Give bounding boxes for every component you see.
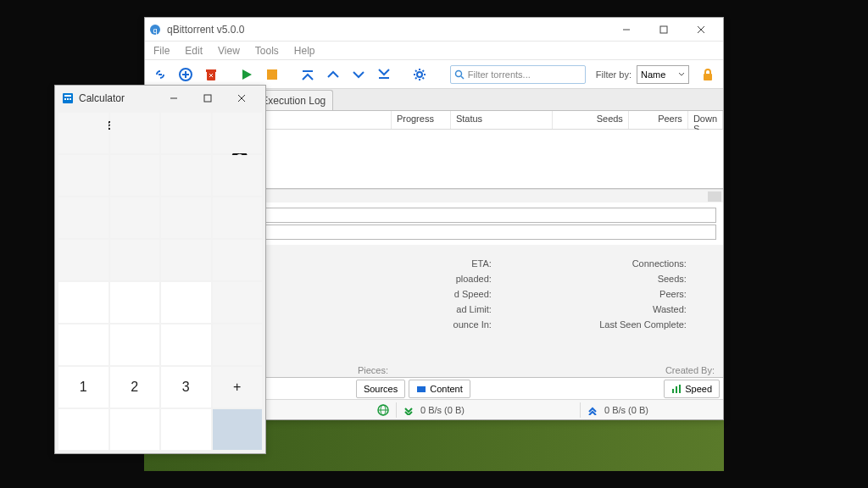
torrent-filter-input[interactable]: Filter torrents... — [450, 65, 586, 84]
calc-close-button[interactable] — [225, 86, 259, 111]
calc-key[interactable] — [110, 409, 160, 450]
calc-key[interactable] — [213, 324, 263, 365]
filter-by-select[interactable]: Name — [637, 65, 689, 84]
menu-edit[interactable]: Edit — [181, 43, 206, 58]
svg-line-16 — [461, 76, 464, 79]
svg-rect-31 — [417, 386, 426, 392]
tab-speed[interactable]: Speed — [664, 380, 720, 398]
calc-key[interactable] — [161, 240, 211, 280]
calc-key[interactable] — [110, 324, 160, 365]
calc-key[interactable] — [110, 155, 160, 196]
calc-key[interactable] — [110, 197, 160, 238]
col-status[interactable]: Status — [451, 111, 553, 129]
calc-key[interactable] — [58, 197, 108, 238]
maximize-button[interactable] — [645, 18, 682, 42]
move-up-button[interactable] — [323, 64, 343, 85]
filter-placeholder: Filter torrents... — [468, 69, 531, 80]
calc-key[interactable] — [213, 197, 263, 238]
calc-key[interactable]: 3 — [161, 367, 211, 408]
calc-key[interactable] — [58, 155, 108, 196]
tab-sources[interactable]: Sources — [356, 380, 405, 398]
minimize-button[interactable] — [608, 18, 645, 42]
menu-tools[interactable]: Tools — [252, 43, 282, 58]
calc-key[interactable] — [213, 282, 263, 323]
detail-tabs: Sources Content Speed — [205, 377, 723, 399]
move-top-button[interactable] — [298, 64, 318, 85]
qb-menubar: File Edit View Tools Help — [145, 42, 723, 60]
pause-button[interactable] — [262, 64, 282, 85]
calc-key[interactable] — [58, 240, 108, 280]
horizontal-scrollbar[interactable] — [205, 189, 723, 202]
torrent-detail-panel: ETA: ploaded: d Speed: ad Limit: ounce I… — [205, 245, 723, 377]
calc-key[interactable] — [213, 409, 263, 450]
resume-button[interactable] — [236, 64, 257, 85]
detail-wasted-label: Wasted: — [653, 304, 687, 319]
calc-key[interactable] — [110, 240, 160, 280]
calc-key[interactable] — [110, 282, 160, 323]
filter-by-label: Filter by: — [596, 69, 632, 80]
add-torrent-button[interactable] — [175, 64, 196, 85]
qb-main-panel: Progress Status Seeds Peers Down S ETA: … — [205, 111, 723, 399]
calc-key[interactable]: 2 — [110, 367, 160, 408]
torrent-list-header[interactable]: Progress Status Seeds Peers Down S — [205, 111, 723, 130]
qb-titlebar[interactable]: q qBittorrent v5.0.0 — [145, 18, 723, 42]
close-button[interactable] — [682, 18, 720, 42]
calc-key[interactable] — [213, 240, 263, 280]
lock-ui-button[interactable] — [698, 64, 718, 85]
delete-button[interactable] — [201, 64, 221, 85]
calc-maximize-button[interactable] — [191, 86, 225, 111]
detail-limit-label: ad Limit: — [456, 304, 492, 319]
detail-eta-label: ETA: — [471, 258, 492, 274]
col-down-speed[interactable]: Down S — [688, 111, 723, 129]
menu-file[interactable]: File — [150, 43, 173, 58]
detail-lastseen-label: Last Seen Complete: — [599, 319, 687, 335]
calc-key[interactable]: + — [213, 367, 263, 408]
menu-view[interactable]: View — [214, 43, 243, 58]
calc-key[interactable] — [213, 113, 263, 153]
detail-text-2[interactable] — [212, 225, 716, 240]
menu-help[interactable]: Help — [291, 43, 319, 58]
globe-icon[interactable] — [377, 404, 389, 416]
svg-point-14 — [417, 72, 422, 77]
qb-title: qBittorrent v5.0.0 — [167, 24, 244, 36]
detail-text-1[interactable] — [212, 208, 716, 223]
calc-key[interactable] — [161, 197, 211, 238]
folder-icon — [416, 384, 426, 394]
download-icon — [403, 405, 414, 415]
settings-button[interactable] — [409, 64, 430, 85]
svg-rect-13 — [267, 69, 277, 80]
move-bottom-button[interactable] — [374, 64, 394, 85]
qb-app-icon: q — [148, 23, 162, 36]
calc-key[interactable] — [58, 409, 108, 450]
svg-rect-44 — [204, 95, 211, 102]
calc-minimize-button[interactable] — [157, 86, 191, 111]
calc-key[interactable]: 1 — [58, 367, 108, 408]
calc-key[interactable] — [58, 324, 108, 365]
svg-rect-40 — [64, 98, 66, 100]
col-peers[interactable]: Peers — [629, 111, 688, 129]
col-progress[interactable]: Progress — [392, 111, 451, 129]
svg-text:q: q — [153, 26, 157, 35]
detail-announce-label: ounce In: — [453, 319, 492, 335]
col-seeds[interactable]: Seeds — [553, 111, 629, 129]
calc-titlebar[interactable]: Calculator — [55, 86, 265, 111]
detail-dspeed-label: d Speed: — [454, 289, 492, 304]
calc-key[interactable] — [161, 409, 211, 450]
calc-key[interactable] — [161, 155, 211, 196]
detail-pieces-label: Pieces: — [358, 365, 388, 375]
calc-key[interactable] — [161, 324, 211, 365]
torrent-list[interactable] — [205, 130, 723, 189]
add-link-button[interactable] — [150, 64, 170, 85]
tab-content[interactable]: Content — [409, 380, 470, 398]
svg-point-15 — [455, 70, 461, 76]
calc-key[interactable] — [58, 113, 108, 153]
calc-key[interactable] — [161, 282, 211, 323]
calc-key[interactable] — [213, 155, 263, 196]
detail-created-label: Created By: — [665, 365, 715, 375]
calc-key[interactable] — [110, 113, 160, 153]
svg-rect-10 — [206, 69, 216, 72]
calc-key[interactable] — [161, 113, 211, 153]
calc-key[interactable] — [58, 282, 108, 323]
detail-seeds-label: Seeds: — [658, 274, 687, 289]
move-down-button[interactable] — [348, 64, 369, 85]
